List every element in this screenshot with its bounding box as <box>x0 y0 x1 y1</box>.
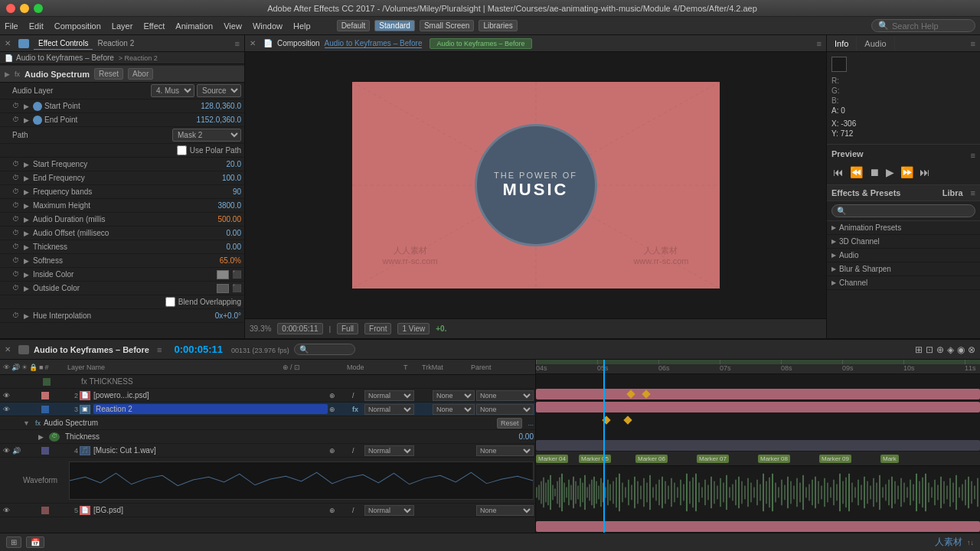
preview-play[interactable]: ▶ <box>884 165 896 180</box>
menu-effect[interactable]: Effect <box>143 21 165 31</box>
layer5-audio[interactable] <box>11 506 21 515</box>
layer-row-2[interactable]: 👁 2 📄 [powero...ic.psd] ⊕ / Normal None … <box>0 389 535 403</box>
audio-tab[interactable]: Audio <box>857 37 894 51</box>
stopwatch-audio-dur[interactable]: ⏱ <box>12 215 21 224</box>
twirl-hue-interp[interactable]: ▶ <box>24 312 31 320</box>
menu-window[interactable]: Window <box>253 21 283 31</box>
layer4-solo[interactable] <box>21 446 31 455</box>
layer3-mode[interactable]: Normal <box>364 404 414 415</box>
effect-vis-icon[interactable]: fx <box>15 70 20 78</box>
menu-help[interactable]: Help <box>293 21 311 31</box>
layer5-mode[interactable]: Normal <box>364 505 414 516</box>
stopwatch-end-freq[interactable]: ⏱ <box>12 174 21 183</box>
zoom-level[interactable]: 39.3% <box>250 324 271 333</box>
info-tab[interactable]: Info <box>827 37 857 51</box>
workspace-standard[interactable]: Standard <box>374 20 415 31</box>
frequency-bands-value[interactable]: 90 <box>195 187 241 196</box>
stopwatch-freq-bands[interactable]: ⏱ <box>12 187 21 197</box>
twirl-outside-color[interactable]: ▶ <box>24 285 31 292</box>
layer5-solo[interactable] <box>21 506 31 515</box>
stopwatch-audio-offset[interactable]: ⏱ <box>12 229 21 238</box>
use-polar-path-checkbox[interactable] <box>177 145 187 155</box>
start-point-value[interactable]: 128.0,360.0 <box>195 102 241 110</box>
preview-menu[interactable]: ≡ <box>971 151 975 160</box>
twirl-freq-bands[interactable]: ▶ <box>24 188 31 196</box>
menu-view[interactable]: View <box>224 21 242 31</box>
effect-about-btn[interactable]: Abor <box>128 68 153 80</box>
layer4-switch2[interactable]: / <box>352 447 363 455</box>
timecode-btn[interactable]: 0:00:05:11 <box>277 323 322 334</box>
twirl-start-point[interactable]: ▶ <box>24 103 31 110</box>
effects-cat-audio[interactable]: ▶ Audio <box>827 249 980 262</box>
tl-btn-5[interactable]: ◉ <box>957 344 965 355</box>
layer4-eye[interactable]: 👁 <box>2 446 11 455</box>
layer4-switch1[interactable]: ⊕ <box>329 447 351 455</box>
maximum-height-value[interactable]: 3800.0 <box>195 201 241 210</box>
twirl-max-height[interactable]: ▶ <box>24 202 31 210</box>
layer5-parent[interactable]: None <box>476 505 534 516</box>
stopwatch-thickness[interactable]: ⏱ <box>12 243 21 252</box>
audio-layer-select[interactable]: 4. Mus <box>151 84 194 97</box>
timeline-stagger-btn[interactable]: 📅 <box>26 536 44 548</box>
twirl-end-point[interactable]: ▶ <box>24 116 31 124</box>
layer2-switch2[interactable]: / <box>352 392 363 399</box>
blend-overlapping-checkbox[interactable] <box>165 297 175 307</box>
effect-controls-tab[interactable]: Effect Controls <box>34 37 93 50</box>
start-frequency-value[interactable]: 20.0 <box>195 160 241 168</box>
preview-skip-fwd[interactable]: ⏭ <box>918 165 932 180</box>
view-btn[interactable]: Front <box>364 323 391 334</box>
menu-animation[interactable]: Animation <box>175 21 213 31</box>
twirl-inside-color[interactable]: ▶ <box>24 271 31 279</box>
layer3-lock[interactable] <box>31 405 41 414</box>
effects-cat-blur[interactable]: ▶ Blur & Sharpen <box>827 262 980 276</box>
layer5-eye[interactable]: 👁 <box>2 506 11 515</box>
stopwatch-max-height[interactable]: ⏱ <box>12 201 21 210</box>
thickness-audio[interactable] <box>13 377 22 386</box>
effects-search-input[interactable] <box>831 204 975 217</box>
twirl-end-freq[interactable]: ▶ <box>24 174 31 182</box>
tl-btn-1[interactable]: ⊞ <box>915 344 923 355</box>
tl-btn-4[interactable]: ◈ <box>947 344 954 355</box>
preview-skip-back[interactable]: ⏮ <box>831 165 845 180</box>
layer4-parent[interactable]: None <box>476 445 534 456</box>
stopwatch-start-freq[interactable]: ⏱ <box>12 160 21 169</box>
audio-offset-value[interactable]: 0.00 <box>195 229 241 237</box>
comp-tab-active[interactable]: Audio to Keyframes – Before <box>325 39 423 48</box>
thickness-eye[interactable] <box>3 377 12 386</box>
menu-file[interactable]: File <box>5 21 18 31</box>
panel-menu-icon[interactable]: ≡ <box>235 39 240 48</box>
playhead[interactable] <box>603 360 605 533</box>
layer2-trkmat[interactable]: None <box>433 390 475 401</box>
comp-name-btn[interactable]: Audio to Keyframes – Before <box>430 38 531 49</box>
end-point-value[interactable]: 1152.0,360.0 <box>195 116 241 124</box>
plus-button[interactable]: +0. <box>436 324 446 333</box>
layer4-audio[interactable]: 🔊 <box>11 446 21 455</box>
hue-interpolation-value[interactable]: 0x+0.0° <box>195 311 241 320</box>
preview-rewind[interactable]: ⏪ <box>848 165 864 180</box>
workspace-default[interactable]: Default <box>337 20 371 31</box>
effects-cat-animation[interactable]: ▶ Animation Presets <box>827 221 980 235</box>
tl-btn-3[interactable]: ⊕ <box>936 344 944 355</box>
effects-menu-icon[interactable]: ≡ <box>971 188 975 197</box>
sub-twirl[interactable]: ▼ <box>23 419 30 427</box>
layer5-lock[interactable] <box>31 506 41 515</box>
twirl-audio-offset[interactable]: ▶ <box>24 230 31 237</box>
workspace-small-screen[interactable]: Small Screen <box>420 20 474 31</box>
thickness-solo[interactable] <box>23 377 32 386</box>
thickness-stopwatch[interactable]: ⏱ <box>49 432 60 442</box>
comp-menu-icon[interactable]: ≡ <box>817 39 822 48</box>
source-select[interactable]: Source <box>197 84 241 97</box>
search-bar[interactable]: 🔍 <box>871 19 975 32</box>
layer2-solo[interactable] <box>21 391 31 400</box>
search-input[interactable] <box>892 21 969 31</box>
effects-cat-3d[interactable]: ▶ 3D Channel <box>827 235 980 249</box>
panel-close-btn[interactable]: ✕ <box>5 39 11 47</box>
layer2-lock[interactable] <box>31 391 41 400</box>
maximize-button[interactable] <box>34 4 43 13</box>
tl-btn-2[interactable]: ⊡ <box>926 344 933 355</box>
kf-2[interactable] <box>623 416 632 424</box>
layer-row-5[interactable]: 👁 5 📄 [BG.psd] ⊕ / Normal None <box>0 504 535 517</box>
composition-tab[interactable]: Composition <box>277 39 320 47</box>
menu-composition[interactable]: Composition <box>54 21 101 31</box>
twirl-softness[interactable]: ▶ <box>24 257 31 265</box>
